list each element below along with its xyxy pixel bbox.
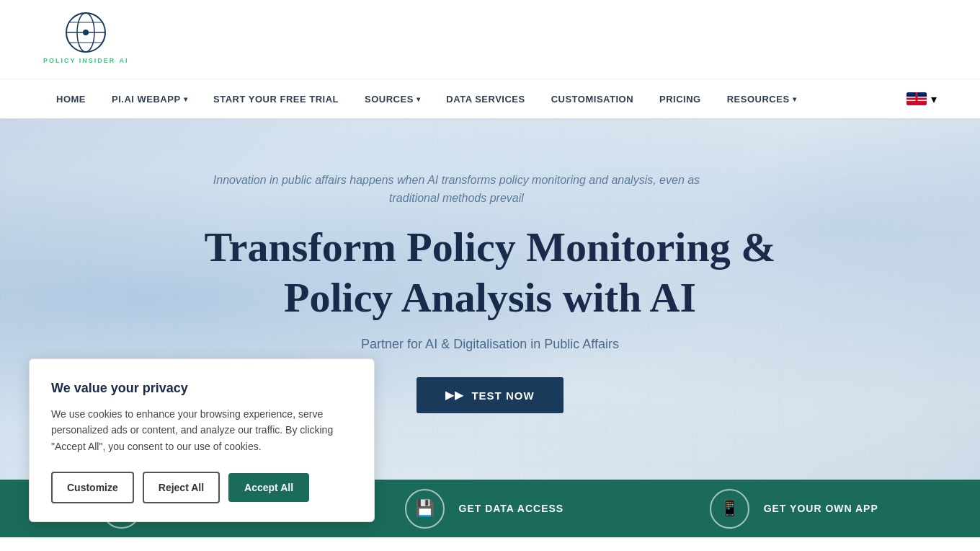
lang-chevron: ▾ — [931, 92, 937, 106]
data-icon: 💾 — [405, 489, 445, 529]
resources-chevron: ▾ — [793, 95, 797, 103]
cookie-banner: We value your privacy We use cookies to … — [29, 358, 375, 522]
cookie-title: We value your privacy — [51, 381, 352, 396]
bottom-item-app[interactable]: 📱 GET YOUR OWN APP — [710, 489, 878, 529]
nav-free-trial[interactable]: START YOUR FREE TRIAL — [200, 79, 352, 119]
sources-chevron: ▾ — [416, 95, 421, 103]
nav-resources[interactable]: RESOURCES ▾ — [714, 79, 809, 119]
header: POLICY INSIDER AI — [0, 0, 980, 79]
nav-home[interactable]: HOME — [43, 79, 99, 119]
accept-all-button[interactable]: Accept All — [228, 473, 309, 502]
logo[interactable]: POLICY INSIDER AI — [43, 11, 128, 68]
test-now-label: TEST NOW — [471, 389, 534, 402]
data-label: GET DATA ACCESS — [459, 503, 564, 514]
customize-button[interactable]: Customize — [51, 472, 134, 503]
bottom-item-data[interactable]: 💾 GET DATA ACCESS — [405, 489, 564, 529]
language-selector[interactable]: ▾ — [906, 92, 937, 106]
nav-pricing[interactable]: PRICING — [646, 79, 714, 119]
logo-icon — [64, 11, 107, 54]
nav-customisation[interactable]: CUSTOMISATION — [538, 79, 646, 119]
webapp-chevron: ▾ — [184, 95, 188, 103]
nav-data-services[interactable]: DATA SERVICES — [433, 79, 538, 119]
hero-title: Transform Policy Monitoring & Policy Ana… — [204, 222, 775, 322]
logo-text: POLICY INSIDER AI — [43, 57, 128, 68]
app-label: GET YOUR OWN APP — [764, 503, 878, 514]
flag-uk-icon — [906, 92, 927, 105]
test-now-arrow: ▶▶ — [445, 389, 464, 402]
cookie-text: We use cookies to enhance your browsing … — [51, 406, 352, 454]
cookie-buttons: Customize Reject All Accept All — [51, 472, 352, 503]
reject-all-button[interactable]: Reject All — [143, 472, 220, 503]
navbar: HOME PI.AI WEBAPP ▾ START YOUR FREE TRIA… — [0, 79, 980, 119]
nav-webapp[interactable]: PI.AI WEBAPP ▾ — [99, 79, 200, 119]
app-icon: 📱 — [710, 489, 749, 529]
hero-subtitle: Innovation in public affairs happens whe… — [204, 171, 708, 208]
svg-point-5 — [83, 30, 89, 35]
hero-partner-text: Partner for AI & Digitalisation in Publi… — [204, 337, 775, 352]
test-now-button[interactable]: ▶▶ TEST NOW — [416, 377, 563, 413]
nav-sources[interactable]: SOURCES ▾ — [352, 79, 433, 119]
